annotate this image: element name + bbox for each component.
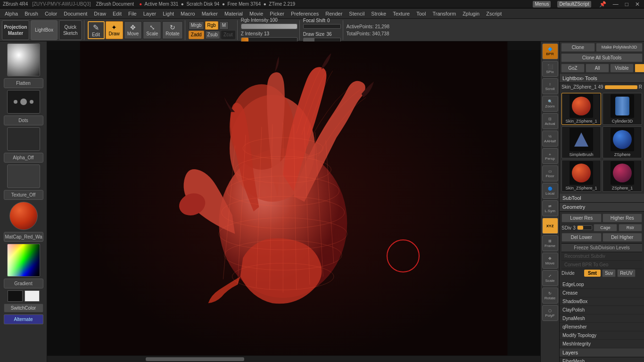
creature-viewport[interactable] [47, 41, 540, 362]
dots-preview[interactable] [7, 90, 40, 114]
menu-light[interactable]: Light [160, 10, 177, 17]
rgb-intensity-slider[interactable] [241, 24, 297, 29]
white-swatch[interactable] [25, 290, 40, 302]
restore-icon[interactable]: □ [624, 1, 630, 8]
lower-res-button[interactable]: Lower Res [561, 214, 602, 222]
menu-document[interactable]: Document [61, 10, 90, 17]
menu-layer[interactable]: Layer [140, 10, 159, 17]
menu-stroke[interactable]: Stroke [368, 10, 389, 17]
menu-preferences[interactable]: Preferences [288, 10, 322, 17]
aahalf-button[interactable]: ½ AAHalf [542, 131, 558, 147]
matcap-sphere[interactable] [9, 202, 38, 230]
m-button[interactable]: M [219, 21, 229, 30]
bpr-button[interactable]: 🔷 BPR [542, 43, 558, 59]
claypolish-button[interactable]: ClayPolish [560, 306, 644, 314]
zadd-button[interactable]: Zadd [189, 31, 204, 39]
clone-all-button[interactable]: Clone All SubTools [561, 53, 643, 62]
menu-transform[interactable]: Transform [429, 10, 459, 17]
polyf-button[interactable]: ⬡ PolyF [542, 305, 558, 321]
texture-off-button[interactable]: Texture_Off [4, 190, 43, 200]
scroll-button[interactable]: ↕ Scroll [542, 78, 558, 94]
switch-color-button[interactable]: SwitchColor [4, 304, 43, 313]
qremesher-button[interactable]: qRemesher [560, 323, 644, 331]
tool-skin-zsphere-2[interactable]: Skin_ZSphere_1 [561, 160, 601, 192]
move-canvas-button[interactable]: ✥ Move [542, 253, 558, 269]
sdiv-slider[interactable] [577, 225, 592, 230]
meshintegrity-button[interactable]: MeshIntegrity [560, 340, 644, 348]
texture-off-preview[interactable] [7, 165, 40, 188]
alpha-off-preview[interactable] [7, 127, 40, 151]
alternate-button[interactable]: Alternate [4, 314, 43, 324]
lightbox-tools-header[interactable]: Lightbox› Tools [560, 74, 644, 83]
edit-button[interactable]: ✎ Edit [88, 21, 105, 39]
menu-brush[interactable]: Brush [22, 10, 41, 17]
fibermesh-button[interactable]: FiberMesh [560, 357, 644, 362]
flatten-button[interactable]: Flatten [4, 78, 43, 88]
all-button[interactable]: All [586, 64, 609, 73]
rstr-button[interactable]: Rstr [619, 224, 642, 231]
menu-color[interactable]: Color [42, 10, 60, 17]
matcap-button[interactable]: MatCap_Red_Wa [4, 232, 43, 242]
geometry-header[interactable]: Geometry [560, 203, 644, 212]
menu-edit[interactable]: Edit [110, 10, 124, 17]
dynamesh-button[interactable]: DynaMesh [560, 314, 644, 323]
menu-zscript[interactable]: Zscript [483, 10, 504, 17]
quicksketch-button[interactable]: Quick Sketch [59, 20, 82, 40]
menu-render[interactable]: Render [322, 10, 345, 17]
smt-button[interactable]: Smt [584, 270, 601, 277]
tool-zsphere-1[interactable]: ZSphere_1 [603, 160, 642, 192]
dots-button[interactable]: Dots [4, 115, 43, 125]
rgb-button[interactable]: Rgb [205, 21, 218, 30]
cage-button[interactable]: Cage [594, 224, 617, 231]
tool-zsphere[interactable]: ZSphere [603, 126, 642, 158]
menu-alpha[interactable]: Alpha [2, 10, 21, 17]
make-polymesh-button[interactable]: Make PolyMesh3D [596, 43, 643, 52]
black-swatch[interactable] [8, 290, 23, 302]
lsym-button[interactable]: ⇌ L.Sym [542, 200, 558, 216]
menu-tool[interactable]: Tool [413, 10, 429, 17]
alpha-preview[interactable] [7, 43, 40, 76]
local-button[interactable]: 🔵 Local [542, 183, 558, 199]
canvas-area[interactable] [47, 41, 540, 362]
reuv-button[interactable]: ReUV [617, 269, 636, 277]
move-button[interactable]: ✥ Move [124, 21, 142, 39]
menu-macro[interactable]: Macro [178, 10, 198, 17]
zcut-button[interactable]: Zcut [221, 31, 235, 39]
rotate-canvas-button[interactable]: ↻ Rotate [542, 288, 558, 304]
projection-master-button[interactable]: Projection Master [2, 20, 29, 40]
layers-header[interactable]: Layers [560, 348, 644, 357]
close-icon[interactable]: ✕ [634, 1, 641, 8]
mrgb-button[interactable]: Mrgb [189, 21, 204, 30]
menu-stencil[interactable]: Stencil [346, 10, 367, 17]
scale-button[interactable]: ⤡ Scale [143, 21, 161, 39]
tool-skin-zsphere-1[interactable]: Skin_ZSphere_1 [561, 93, 601, 125]
alpha-off-button[interactable]: Alpha_Off [4, 153, 43, 163]
xyz-button[interactable]: XYZ [542, 218, 558, 234]
frame-button[interactable]: ⊞ Frame [542, 235, 558, 251]
floor-button[interactable]: ▭ Floor [542, 165, 558, 181]
tool-cylinder3d[interactable]: Cylinder3D [603, 93, 642, 125]
edgeloop-button[interactable]: EdgeLoop [560, 280, 644, 289]
minimize-icon[interactable]: — [611, 1, 620, 8]
scale-canvas-button[interactable]: ⤢ Scale [542, 270, 558, 286]
color-picker[interactable] [7, 244, 40, 277]
menu-marker[interactable]: Marker [199, 10, 221, 17]
tool-simplebrush[interactable]: SimpleBrush [561, 126, 601, 158]
spix-button[interactable]: ⬛ SPix [542, 61, 558, 77]
clone-button[interactable]: Clone [561, 43, 595, 52]
r-button[interactable]: R [635, 64, 644, 73]
shadowbox-button[interactable]: ShadowBox [560, 297, 644, 306]
default-script[interactable]: DefaultZScript [557, 1, 591, 8]
canvas-scrollbar[interactable] [47, 355, 540, 362]
crease-button[interactable]: Crease [560, 289, 644, 297]
focal-shift-slider[interactable] [303, 24, 341, 29]
persp-button[interactable]: ⟁ Persp [542, 148, 558, 164]
scrollbar-thumb[interactable] [146, 357, 244, 361]
menu-texture[interactable]: Texture [390, 10, 413, 17]
menus-button[interactable]: Menus [533, 1, 551, 8]
menu-file[interactable]: File [125, 10, 140, 17]
menu-movie[interactable]: Movie [247, 10, 266, 17]
pin-icon[interactable]: 📌 [598, 1, 608, 8]
freeze-subdiv-button[interactable]: Freeze SubDivision Levels [561, 243, 642, 252]
visible-button[interactable]: Visible [610, 64, 634, 73]
